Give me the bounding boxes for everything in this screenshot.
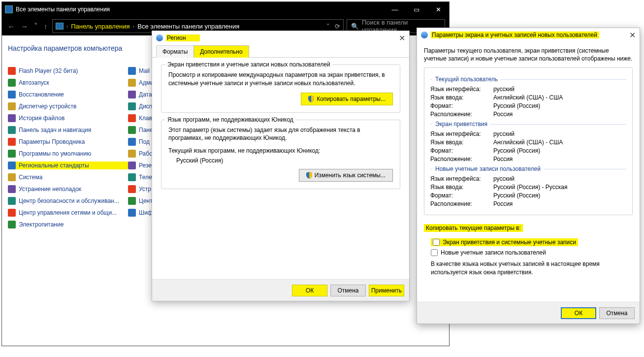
refresh-icon[interactable]: ⟳ (335, 23, 340, 30)
subhead-new-user: Новые учетные записи пользователей (430, 165, 626, 172)
item-icon (8, 173, 16, 181)
group-legend: Экран приветствия и учетные записи новых… (165, 61, 332, 68)
region-dialog: Регион ✕ Форматы Дополнительно Экран при… (152, 31, 410, 301)
up-button[interactable]: ↑ (42, 22, 49, 31)
cp-item[interactable]: Центр безопасности и обслуживан... (8, 197, 128, 205)
item-icon (8, 67, 16, 75)
breadcrumb-1[interactable]: Панель управления (71, 23, 129, 30)
item-icon (8, 162, 16, 169)
chevron-icon: › (133, 23, 135, 29)
item-icon (128, 162, 136, 169)
cp-item[interactable]: Параметры Проводника (8, 138, 128, 146)
cp-item[interactable]: Региональные стандарты (8, 162, 128, 169)
tab-additional[interactable]: Дополнительно (193, 45, 249, 58)
welcome-settings-dialog: Параметры экрана и учетных записей новых… (417, 28, 640, 324)
cancel-button[interactable]: Отмена (330, 285, 366, 296)
window-title: Все элементы панели управления (16, 6, 110, 13)
ok-button[interactable]: ОК (292, 285, 327, 296)
item-icon (128, 102, 136, 110)
item-icon (8, 185, 16, 193)
group-desc: Этот параметр (язык системы) задает язык… (168, 126, 393, 143)
item-icon (8, 114, 16, 122)
item-icon (8, 79, 16, 87)
item-icon (8, 197, 16, 205)
item-icon (8, 209, 16, 217)
globe-icon (156, 34, 163, 41)
current-language-value: Русский (Россия) (168, 157, 393, 164)
cp-item[interactable]: Центр управления сетями и общи... (8, 209, 128, 217)
minimize-button[interactable]: — (384, 2, 406, 17)
cp-item[interactable]: Восстановление (8, 91, 128, 98)
current-language-label: Текущий язык программ, не поддерживающих… (168, 147, 393, 154)
cp-item[interactable]: Диспетчер устройств (8, 102, 128, 110)
chevron-icon: › (66, 23, 68, 29)
check-welcome-screen[interactable]: Экран приветствия и системные учетные за… (431, 238, 578, 246)
globe-icon (421, 32, 428, 38)
group-desc: Просмотр и копирование международных пар… (168, 71, 393, 88)
item-icon (8, 91, 16, 98)
subhead-welcome: Экран приветствия (430, 121, 626, 128)
copy-settings-button[interactable]: Копировать параметры... (301, 93, 393, 105)
cancel-button[interactable]: Отмена (599, 307, 635, 319)
item-icon (128, 209, 136, 217)
cp-item[interactable]: Устранение неполадок (8, 185, 128, 193)
welcome-description: Параметры текущего пользователя, экран п… (424, 47, 633, 63)
non-unicode-group: Язык программ, не поддерживающих Юникод … (161, 120, 400, 190)
breadcrumb-2[interactable]: Все элементы панели управления (137, 23, 239, 30)
recent-button[interactable]: ˅ (32, 22, 39, 31)
item-icon (8, 102, 16, 110)
item-icon (8, 126, 16, 134)
region-title: Регион (166, 34, 200, 41)
shield-icon (306, 172, 312, 179)
check-new-accounts[interactable]: Новые учетные записи пользователей (431, 249, 633, 256)
checkbox-new[interactable] (431, 249, 438, 256)
item-icon (128, 67, 136, 75)
item-icon (128, 185, 136, 193)
settings-group: Текущий пользователь Язык интерфейса:рус… (424, 67, 633, 215)
change-system-locale-button[interactable]: Изменить язык системы... (299, 169, 393, 182)
app-icon (5, 5, 13, 13)
search-icon: 🔍 (351, 23, 359, 30)
item-icon (8, 150, 16, 158)
group-legend: Язык программ, не поддерживающих Юникод (165, 116, 295, 123)
welcome-note: В качестве языка новых учетных записей в… (431, 260, 633, 276)
welcome-footer: ОК Отмена (417, 302, 640, 324)
item-icon (8, 221, 16, 228)
dropdown-icon[interactable]: ˅ (326, 23, 330, 30)
apply-button[interactable]: Применить (369, 285, 404, 296)
region-tabs: Форматы Дополнительно (152, 45, 409, 58)
welcome-accounts-group: Экран приветствия и учетные записи новых… (161, 65, 400, 113)
cp-item[interactable]: История файлов (8, 114, 128, 122)
checkbox-welcome[interactable] (433, 239, 440, 246)
cp-item[interactable]: Панель задач и навигация (8, 126, 128, 134)
item-icon (128, 197, 136, 205)
item-icon (128, 173, 136, 181)
region-footer: ОК Отмена Применить (152, 279, 409, 301)
forward-button[interactable]: → (19, 22, 30, 31)
close-button[interactable]: ✕ (399, 33, 405, 43)
cp-item[interactable]: Электропитание (8, 221, 128, 228)
welcome-titlebar[interactable]: Параметры экрана и учетных записей новых… (417, 28, 640, 42)
control-panel-icon (56, 23, 64, 30)
back-button[interactable]: ← (6, 22, 16, 31)
cp-item[interactable]: Программы по умолчанию (8, 150, 128, 158)
titlebar[interactable]: Все элементы панели управления — ▭ ✕ (2, 2, 449, 17)
tab-formats[interactable]: Форматы (156, 45, 194, 58)
maximize-button[interactable]: ▭ (406, 2, 427, 17)
close-button[interactable]: ✕ (629, 31, 636, 40)
cp-item[interactable]: Система (8, 173, 128, 181)
item-icon (8, 138, 16, 146)
copy-params-label: Копировать текущие параметры в: (424, 224, 523, 232)
item-icon (128, 91, 136, 98)
close-button[interactable]: ✕ (427, 2, 449, 17)
item-icon (128, 138, 136, 146)
item-icon (128, 79, 136, 87)
cp-item[interactable]: Автозапуск (8, 79, 128, 87)
shield-icon (308, 96, 314, 102)
welcome-title: Параметры экрана и учетных записей новых… (431, 32, 599, 38)
ok-button[interactable]: ОК (561, 307, 596, 319)
item-icon (128, 114, 136, 122)
cp-item[interactable]: Flash Player (32 бита) (8, 67, 128, 75)
region-titlebar[interactable]: Регион ✕ (152, 31, 409, 45)
item-icon (128, 150, 136, 158)
